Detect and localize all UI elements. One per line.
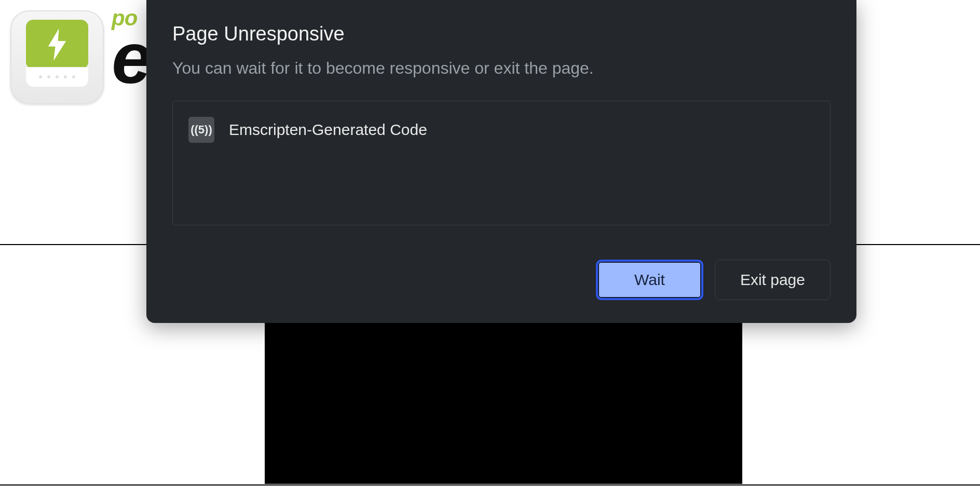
wait-button[interactable]: Wait — [596, 260, 703, 300]
exit-page-button[interactable]: Exit page — [715, 260, 831, 300]
wordmark-emscripten: e — [112, 25, 149, 91]
dot-icon — [39, 75, 42, 78]
page-root: po e Fullscreen Page Unresponsive You ca… — [0, 0, 980, 486]
dot-icon — [56, 75, 59, 78]
logo-top — [26, 20, 88, 69]
unresponsive-page-label: Emscripten-Generated Code — [229, 121, 427, 139]
wordmark: po e — [112, 10, 149, 91]
dot-icon — [72, 75, 75, 78]
page-unresponsive-dialog: Page Unresponsive You can wait for it to… — [146, 0, 856, 323]
divider — [0, 484, 980, 485]
dialog-subtitle: You can wait for it to become responsive… — [172, 59, 831, 78]
logo-bottom — [26, 67, 88, 87]
svg-marker-0 — [48, 29, 66, 61]
emscripten-logo — [10, 10, 104, 104]
unresponsive-pages-list: ((5)) Emscripten-Generated Code — [172, 101, 831, 225]
favicon-icon: ((5)) — [188, 117, 214, 143]
dialog-button-row: Wait Exit page — [172, 260, 831, 300]
dot-icon — [47, 75, 50, 78]
dot-icon — [64, 75, 67, 78]
lightning-icon — [46, 29, 68, 61]
unresponsive-page-item: ((5)) Emscripten-Generated Code — [188, 117, 814, 143]
dialog-title: Page Unresponsive — [172, 23, 831, 45]
